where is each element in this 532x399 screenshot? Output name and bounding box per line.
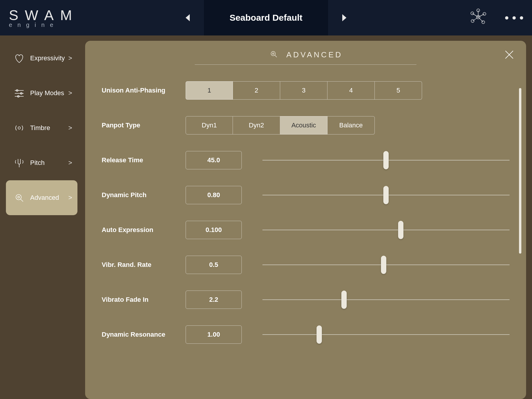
param-value-box[interactable]: 2.2 [186, 291, 242, 309]
param-label: Vibr. Rand. Rate [102, 261, 186, 269]
row-param: Vibr. Rand. Rate0.5 [102, 256, 510, 274]
row-param: Dynamic Pitch0.80 [102, 186, 510, 204]
param-value-box[interactable]: 45.0 [186, 151, 242, 169]
panpot-option-acoustic[interactable]: Acoustic [280, 116, 327, 134]
slider-thumb[interactable] [341, 291, 347, 309]
chevron-right-icon: > [68, 159, 72, 167]
panel-title: ADVANCED [286, 50, 343, 59]
param-slider[interactable] [262, 221, 510, 239]
preset-prev-button[interactable] [171, 0, 204, 35]
param-value-box[interactable]: 1.00 [186, 325, 242, 344]
preset-bar: Seaboard Default [171, 0, 361, 35]
slider-thumb[interactable] [398, 221, 403, 239]
unison-option-3[interactable]: 3 [280, 81, 327, 100]
preset-title[interactable]: Seaboard Default [204, 0, 328, 35]
svg-point-20 [18, 196, 20, 198]
sidebar-item-timbre[interactable]: Timbre > [6, 111, 77, 145]
sidebar-item-pitch[interactable]: Pitch > [6, 145, 77, 180]
panpot-option-dyn2[interactable]: Dyn2 [233, 116, 280, 134]
slider-thumb[interactable] [381, 256, 386, 274]
chevron-right-icon: > [68, 124, 72, 132]
svg-line-10 [472, 13, 478, 17]
row-label: Unison Anti-Phasing [102, 87, 186, 94]
heart-icon [12, 51, 26, 65]
param-value-box[interactable]: 0.100 [186, 221, 242, 239]
unison-segment: 12345 [186, 81, 422, 100]
svg-line-9 [473, 17, 478, 21]
unison-option-2[interactable]: 2 [233, 81, 280, 100]
sidebar: Expressivity > Play Modes > [6, 41, 77, 399]
param-value-box[interactable]: 0.5 [186, 256, 242, 274]
midi-routing-icon[interactable] [469, 8, 487, 27]
svg-line-26 [275, 55, 277, 57]
unison-option-5[interactable]: 5 [375, 81, 422, 100]
sidebar-item-label: Advanced [30, 194, 68, 202]
param-label: Auto Expression [102, 226, 186, 234]
sidebar-item-label: Pitch [30, 159, 68, 167]
slider-thumb[interactable] [383, 151, 389, 169]
workspace: Expressivity > Play Modes > [0, 35, 532, 399]
sidebar-item-play-modes[interactable]: Play Modes > [6, 76, 77, 111]
sidebar-item-label: Timbre [30, 124, 68, 132]
svg-point-17 [18, 127, 20, 129]
param-slider[interactable] [262, 291, 510, 309]
timbre-icon [12, 121, 26, 135]
unison-option-4[interactable]: 4 [327, 81, 375, 100]
sliders-icon [12, 86, 26, 100]
tuning-fork-icon [12, 156, 26, 170]
param-label: Dynamic Pitch [102, 191, 186, 199]
close-button[interactable] [504, 50, 514, 61]
chevron-right-icon: > [68, 89, 72, 97]
top-bar: SWAM engine Seaboard Default [0, 0, 532, 35]
preset-next-button[interactable] [328, 0, 361, 35]
slider-thumb[interactable] [383, 186, 389, 204]
sidebar-item-expressivity[interactable]: Expressivity > [6, 41, 77, 76]
panpot-segment: Dyn1Dyn2AcousticBalance [186, 116, 375, 134]
sidebar-item-advanced[interactable]: Advanced > [6, 180, 77, 215]
row-param: Dynamic Resonance1.00 [102, 325, 510, 344]
param-slider[interactable] [262, 186, 510, 204]
param-slider[interactable] [262, 151, 510, 169]
logo-bottom: engine [9, 22, 92, 28]
param-slider[interactable] [262, 325, 510, 344]
chevron-right-icon: > [68, 194, 72, 202]
advanced-gear-icon [12, 191, 26, 205]
unison-option-1[interactable]: 1 [186, 81, 233, 100]
more-menu-button[interactable] [505, 16, 523, 20]
panel-header: ADVANCED [102, 49, 510, 60]
slider-thumb[interactable] [317, 325, 322, 344]
row-unison: Unison Anti-Phasing 12345 [102, 81, 510, 100]
top-right-controls [469, 8, 523, 27]
svg-line-8 [478, 17, 483, 22]
svg-point-25 [273, 53, 274, 54]
row-param: Vibrato Fade In2.2 [102, 291, 510, 309]
panel-divider [195, 64, 416, 65]
advanced-gear-icon [269, 49, 279, 60]
logo: SWAM engine [9, 7, 92, 28]
sidebar-item-label: Expressivity [30, 54, 68, 62]
param-label: Dynamic Resonance [102, 331, 186, 338]
row-param: Release Time45.0 [102, 151, 510, 169]
chevron-right-icon: > [68, 54, 72, 62]
svg-line-21 [21, 199, 23, 202]
panpot-option-balance[interactable]: Balance [327, 116, 375, 134]
param-label: Vibrato Fade In [102, 296, 186, 304]
param-value-box[interactable]: 0.80 [186, 186, 242, 204]
logo-top: SWAM [9, 7, 92, 23]
row-param: Auto Expression0.100 [102, 221, 510, 239]
param-label: Release Time [102, 156, 186, 164]
row-label: Panpot Type [102, 121, 186, 129]
svg-point-24 [271, 51, 275, 56]
param-slider[interactable] [262, 256, 510, 274]
scrollbar[interactable] [519, 88, 521, 254]
main-panel: ADVANCED Unison Anti-Phasing 12345 Panpo… [85, 41, 526, 399]
svg-point-19 [16, 194, 21, 200]
panpot-option-dyn1[interactable]: Dyn1 [186, 116, 233, 134]
row-panpot: Panpot Type Dyn1Dyn2AcousticBalance [102, 116, 510, 134]
sidebar-item-label: Play Modes [30, 89, 68, 97]
